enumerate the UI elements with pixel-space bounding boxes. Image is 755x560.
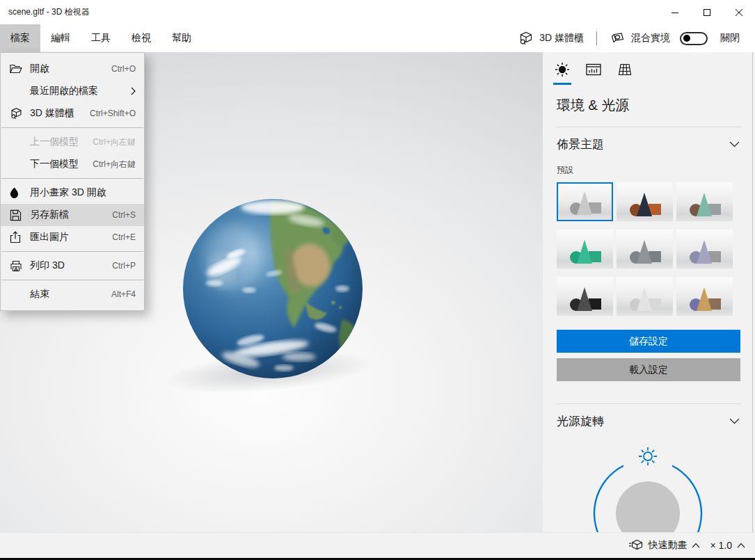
theme-preset-8[interactable] — [617, 277, 673, 316]
mixed-reality-icon — [610, 32, 626, 45]
toggle-knob — [683, 35, 690, 42]
theme-preset-6[interactable] — [676, 230, 733, 269]
dial-sun-icon[interactable] — [639, 447, 657, 465]
playback-speed-selector[interactable]: × 1.0 — [710, 540, 745, 551]
minimize-button[interactable] — [659, 0, 691, 24]
menu-file[interactable]: 檔案 — [0, 24, 40, 52]
file-menu-dropdown: 開啟 Ctrl+O 最近開啟的檔案 3D 媒體櫃 Ctrl+Shift+O — [0, 52, 145, 311]
menu-item-shortcut: Ctrl+P — [112, 261, 136, 271]
tab-indicator — [616, 83, 634, 85]
light-rotation-dial[interactable] — [543, 435, 755, 532]
load-settings-button[interactable]: 載入設定 — [557, 358, 740, 381]
3d-library-label: 3D 媒體櫃 — [539, 32, 584, 45]
menu-item-exit[interactable]: 結束 Alt+F4 — [1, 283, 144, 305]
menu-item-label: 列印 3D — [30, 259, 65, 272]
menu-item-export-image[interactable]: 匯出圖片 Ctrl+E — [1, 226, 144, 248]
menu-item-shortcut: Ctrl+Shift+O — [90, 109, 136, 118]
theme-preset-1-selected[interactable] — [557, 182, 613, 221]
mixed-reality-toggle[interactable] — [680, 32, 708, 45]
menu-separator — [1, 280, 143, 280]
theme-thumbnail — [623, 285, 667, 316]
chevron-down-icon — [729, 418, 740, 424]
tab-environment-light[interactable] — [553, 61, 571, 89]
submenu-chevron-icon — [131, 87, 136, 95]
menu-item-label: 下一個模型 — [30, 158, 79, 170]
theme-thumbnail — [683, 285, 727, 316]
theme-preset-4[interactable] — [557, 230, 613, 269]
tab-stats[interactable] — [585, 61, 603, 89]
panel-tabs — [543, 52, 755, 89]
tab-indicator — [585, 83, 603, 85]
menu-help[interactable]: 幫助 — [161, 24, 202, 52]
themes-title: 佈景主題 — [557, 136, 604, 152]
menu-separator — [1, 127, 143, 128]
menubar-divider — [596, 31, 597, 45]
light-rotation-title: 光源旋轉 — [557, 413, 604, 429]
print-3d-icon — [10, 260, 30, 272]
menu-item-shortcut: Ctrl+向右鍵 — [93, 159, 136, 170]
menu-item-previous-model: 上一個模型 Ctrl+向左鍵 — [1, 131, 144, 153]
tab-grid[interactable] — [616, 61, 634, 89]
theme-preset-9[interactable] — [676, 277, 733, 316]
paint3d-icon — [10, 187, 30, 199]
menu-item-open[interactable]: 開啟 Ctrl+O — [1, 58, 144, 80]
bottom-bar: 快速動畫 × 1.0 — [0, 532, 755, 558]
menu-item-recent-files[interactable]: 最近開啟的檔案 — [1, 80, 144, 102]
menu-edit[interactable]: 編輯 — [40, 24, 81, 52]
panel-heading: 環境 & 光源 — [557, 96, 755, 115]
menu-item-open-with-paint3d[interactable]: 用小畫家 3D 開啟 — [1, 182, 144, 204]
chevron-up-icon — [737, 543, 745, 548]
menu-item-shortcut: Ctrl+E — [112, 232, 136, 242]
theme-thumbnail — [563, 189, 607, 220]
maximize-icon — [703, 8, 711, 17]
themes-section-header[interactable]: 佈景主題 — [557, 136, 740, 152]
chevron-down-icon — [729, 141, 740, 147]
close-button[interactable] — [723, 0, 755, 24]
mixed-reality-state: 關閉 — [720, 32, 740, 45]
menu-separator — [1, 251, 143, 252]
save-settings-button[interactable]: 儲存設定 — [557, 330, 740, 353]
menu-edit-label: 編輯 — [51, 32, 70, 45]
menu-item-shortcut: Alt+F4 — [111, 289, 136, 299]
chevron-up-icon — [692, 543, 700, 548]
theme-thumbnail — [623, 238, 667, 269]
earth-globe-model[interactable] — [168, 184, 377, 393]
light-rotation-header[interactable]: 光源旋轉 — [557, 413, 740, 429]
animation-selector[interactable]: 快速動畫 — [628, 539, 700, 552]
preset-label: 預設 — [557, 164, 755, 176]
menu-item-save-as[interactable]: 另存新檔 Ctrl+S — [1, 204, 144, 226]
theme-thumbnail — [563, 285, 607, 316]
dial-knob[interactable] — [616, 481, 680, 532]
menu-view[interactable]: 檢視 — [121, 24, 161, 52]
theme-preset-2[interactable] — [617, 182, 673, 221]
menubar-right: 3D 媒體櫃 混合實境 關閉 — [518, 24, 755, 52]
theme-preset-5[interactable] — [617, 230, 673, 269]
theme-thumbnail — [623, 191, 667, 221]
speed-value: × 1.0 — [710, 540, 732, 551]
menu-item-next-model[interactable]: 下一個模型 Ctrl+向右鍵 — [1, 153, 144, 175]
theme-preset-7[interactable] — [557, 277, 613, 316]
animation-cube-icon — [628, 539, 643, 552]
menu-item-label: 結束 — [30, 288, 49, 301]
maximize-button[interactable] — [691, 0, 723, 24]
menu-item-print-3d[interactable]: 列印 3D Ctrl+P — [1, 255, 144, 277]
menu-item-3d-library[interactable]: 3D 媒體櫃 Ctrl+Shift+O — [1, 102, 144, 125]
menu-item-label: 另存新檔 — [30, 209, 69, 221]
environment-panel: 環境 & 光源 佈景主題 預設 — [543, 52, 755, 532]
menu-item-label: 用小畫家 3D 開啟 — [30, 186, 106, 199]
menu-item-label: 上一個模型 — [30, 136, 79, 148]
theme-preset-grid — [557, 182, 755, 316]
theme-preset-3[interactable] — [676, 182, 733, 221]
menu-separator — [1, 178, 143, 179]
menu-item-label: 3D 媒體櫃 — [30, 107, 74, 120]
menu-help-label: 幫助 — [172, 32, 191, 45]
menu-tools[interactable]: 工具 — [81, 24, 121, 52]
sun-icon — [554, 61, 571, 78]
3d-library-icon — [10, 107, 30, 120]
save-icon — [10, 209, 30, 221]
menu-item-label: 開啟 — [30, 63, 49, 75]
titlebar: scene.gltf - 3D 檢視器 — [0, 0, 755, 24]
3d-library-button[interactable]: 3D 媒體櫃 — [518, 31, 584, 45]
mixed-reality-group: 混合實境 關閉 — [610, 32, 740, 45]
menu-view-label: 檢視 — [132, 32, 151, 45]
